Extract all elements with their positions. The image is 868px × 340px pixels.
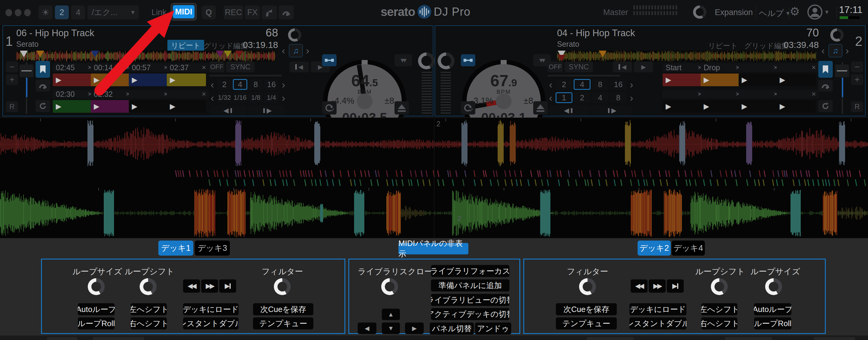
cue-delete-icon[interactable]: ×: [202, 90, 206, 98]
cue-play-button[interactable]: ▶: [701, 100, 740, 113]
window-zoom-icon[interactable]: [24, 9, 31, 16]
fx-button[interactable]: FX: [245, 5, 260, 19]
beatjump-button[interactable]: 1/32: [217, 92, 231, 103]
window-minimize-icon[interactable]: [15, 9, 22, 16]
save-next-cue-button[interactable]: 次Cueを保存: [556, 303, 617, 315]
loop-refresh-icon[interactable]: [818, 100, 833, 112]
cue-delete-icon[interactable]: ×: [812, 63, 816, 72]
eject-icon[interactable]: [395, 101, 409, 114]
beatjump-button[interactable]: 2: [574, 92, 591, 103]
key-down-button[interactable]: ‹: [279, 44, 288, 57]
window-close-icon[interactable]: [5, 9, 12, 16]
scroll-down-button[interactable]: ▼: [382, 322, 400, 334]
headphone-cue-icon[interactable]: [818, 79, 833, 92]
loop-size-button[interactable]: 16: [264, 79, 279, 90]
loop-size-knob[interactable]: [765, 278, 782, 295]
tempo-slider-handle[interactable]: [20, 65, 33, 77]
library-focus-button[interactable]: ライブラリフォーカス: [431, 265, 509, 277]
filter-knob[interactable]: [274, 278, 291, 295]
beatjump-button-active[interactable]: 1: [556, 92, 572, 103]
pitch-reset-button[interactable]: R: [6, 101, 18, 112]
slip-mode-icon[interactable]: [461, 101, 475, 114]
key-sync-knob[interactable]: [288, 28, 301, 42]
headphone-cue-icon[interactable]: [36, 79, 50, 92]
key-sync-icon[interactable]: ♫: [829, 44, 842, 57]
cue-play-button[interactable]: ▶: [129, 100, 168, 113]
rewind-button[interactable]: ◀◀: [631, 279, 648, 293]
layout-dropdown[interactable]: /エク...▾: [88, 5, 139, 19]
key-sync-icon[interactable]: ♫: [289, 44, 303, 57]
pitch-reset-button[interactable]: R: [851, 101, 863, 112]
link-button[interactable]: Link: [147, 5, 171, 19]
loop-roll-button[interactable]: ループRoll: [78, 317, 115, 330]
loop-larger-icon[interactable]: ›: [280, 79, 287, 90]
quantize-icon[interactable]: Q: [202, 5, 216, 19]
cue-slot[interactable]: 00:57×: [129, 63, 171, 72]
eject-icon[interactable]: [533, 101, 548, 114]
loop-size-button[interactable]: 16: [610, 79, 627, 90]
channel-gain-knob[interactable]: [418, 53, 435, 69]
toggle-active-deck-button[interactable]: アクティブデッキの切替: [431, 308, 509, 320]
beat-warp-icon[interactable]: ▼▼: [395, 54, 412, 66]
go-to-start-button[interactable]: ◀: [289, 62, 309, 72]
loop-shift-right-button[interactable]: ▶: [591, 105, 633, 116]
cue-play-button[interactable]: ▶: [53, 73, 92, 86]
tab-deck3[interactable]: デッキ3: [195, 241, 230, 256]
cue-play-button[interactable]: ▶: [701, 73, 740, 86]
cue-play-button[interactable]: ▶: [777, 100, 816, 113]
shift-right-button[interactable]: 右へシフト: [701, 317, 737, 330]
sampler-horn-icon[interactable]: [262, 5, 277, 19]
load-to-deck-button[interactable]: デッキにロード: [183, 303, 239, 315]
four-deck-layout-button[interactable]: 4: [71, 5, 85, 19]
cue-play-button[interactable]: ▶: [91, 73, 130, 86]
key-down-button[interactable]: ‹: [819, 44, 827, 57]
undo-button[interactable]: アンドゥ: [475, 322, 511, 335]
beatjump-button[interactable]: 1/16: [233, 92, 247, 103]
fast-forward-button[interactable]: ▶▶: [649, 279, 665, 293]
loop-size-button[interactable]: 8: [592, 79, 609, 90]
cue-headphone-icon[interactable]: [279, 5, 294, 19]
cue-slot[interactable]: ×: [662, 90, 705, 98]
cue-slot[interactable]: ×: [701, 90, 743, 98]
beat-link-icon[interactable]: [461, 54, 475, 66]
beatjump-smaller-icon[interactable]: ‹: [547, 92, 554, 103]
loop-shift-knob[interactable]: [140, 278, 157, 295]
rec-button[interactable]: REC: [224, 5, 243, 19]
pitch-range-minus-button[interactable]: −: [6, 62, 18, 72]
tab-deck4[interactable]: デッキ4: [672, 241, 705, 256]
brightness-icon[interactable]: ☀: [39, 5, 53, 19]
cue-play-button[interactable]: ▶: [739, 73, 778, 86]
library-scroll-knob[interactable]: [381, 278, 398, 295]
master-gain-knob[interactable]: [693, 5, 706, 19]
cue-slot[interactable]: 02:30×: [53, 90, 95, 98]
beatjump-button[interactable]: 1/4: [264, 92, 279, 103]
auto-loop-button[interactable]: Autoループ: [754, 303, 792, 315]
beatjump-button[interactable]: 1/8: [249, 92, 263, 103]
temp-cue-button[interactable]: テンプキュー: [556, 317, 617, 330]
cue-tag-button[interactable]: [818, 61, 833, 78]
instant-doubles-button[interactable]: インスタントダブルス: [629, 317, 686, 330]
shift-left-button[interactable]: 左へシフト: [131, 303, 167, 315]
loop-refresh-icon[interactable]: [36, 100, 50, 112]
cue-play-button[interactable]: ▶: [167, 100, 206, 113]
cue-slot[interactable]: ×: [739, 63, 781, 72]
channel-gain-knob[interactable]: [438, 53, 455, 69]
loop-smaller-icon[interactable]: ‹: [209, 79, 216, 90]
loop-size-button[interactable]: 2: [217, 79, 231, 90]
cue-slot[interactable]: 02:45×: [53, 63, 95, 72]
loop-size-button[interactable]: 8: [249, 79, 263, 90]
tab-deck2[interactable]: デッキ2: [638, 241, 671, 256]
fast-forward-button[interactable]: ▶▶: [201, 279, 218, 293]
cue-play-button[interactable]: ▶: [167, 73, 206, 86]
repeat-button[interactable]: リピート: [708, 41, 738, 50]
loop-size-button[interactable]: 2: [556, 79, 572, 90]
slip-mode-icon[interactable]: [322, 101, 337, 114]
scroll-left-button[interactable]: ◀: [358, 322, 376, 334]
beatjump-larger-icon[interactable]: ›: [280, 92, 287, 103]
cue-slot[interactable]: ×: [739, 90, 781, 98]
cue-play-button[interactable]: ▶: [53, 100, 92, 113]
sync-off-button[interactable]: OFF: [548, 62, 563, 72]
cue-play-button[interactable]: ▶: [91, 100, 130, 113]
beat-link-icon[interactable]: [322, 54, 337, 66]
pitch-range-minus-button[interactable]: −: [851, 62, 863, 72]
